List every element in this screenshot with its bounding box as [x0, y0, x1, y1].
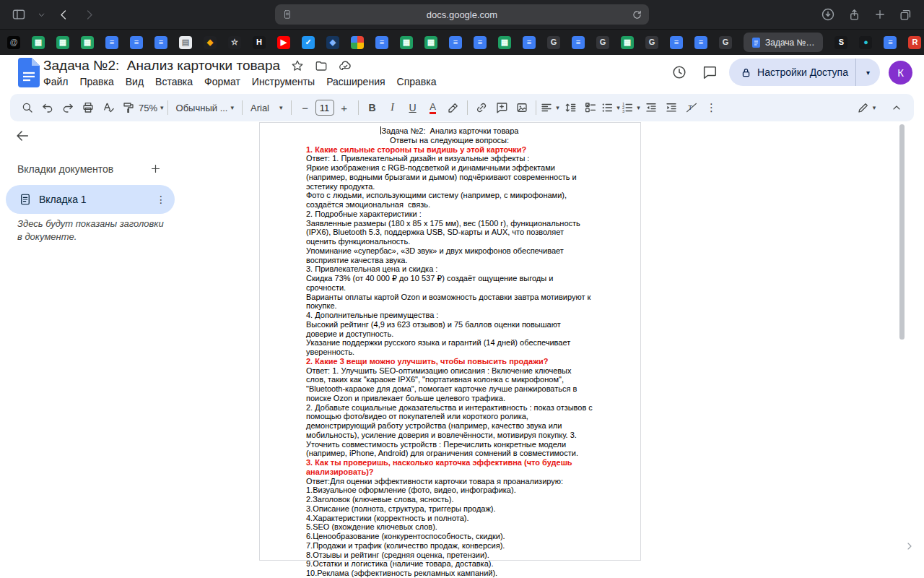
cloud-status-icon[interactable] — [339, 59, 352, 73]
pinned-tab-g-gray[interactable]: G — [719, 36, 732, 49]
styles-select[interactable]: Обычный ...▾ — [172, 98, 238, 118]
pinned-tab-sheets[interactable]: ▦ — [32, 36, 45, 49]
pinned-tab-sheets[interactable]: ▦ — [621, 36, 634, 49]
redo-button[interactable] — [58, 98, 78, 118]
pinned-tab-sheets[interactable]: ▦ — [56, 36, 69, 49]
pinned-tab-s[interactable]: S — [834, 36, 847, 49]
align-button[interactable]: ▾ — [540, 98, 560, 118]
collapse-panel-chevron[interactable] — [904, 540, 915, 552]
search-button[interactable] — [17, 98, 38, 118]
menu-item-5[interactable]: Формат — [199, 74, 246, 89]
decrease-font-button[interactable]: − — [295, 98, 315, 118]
pinned-tab-at[interactable]: @ — [7, 36, 20, 49]
pinned-tab-docs[interactable]: ≡ — [449, 36, 462, 49]
bold-button[interactable]: B — [362, 98, 383, 118]
address-bar[interactable]: docs.google.com — [275, 4, 649, 25]
chevron-down-icon[interactable] — [38, 11, 45, 19]
insert-link-button[interactable] — [471, 98, 492, 118]
menu-item-8[interactable]: Справка — [391, 74, 443, 89]
pinned-tab-g-gray[interactable]: G — [547, 36, 560, 49]
docs-logo[interactable] — [18, 58, 40, 90]
checklist-button[interactable] — [580, 98, 601, 118]
pinned-tab-docs[interactable]: ≡ — [474, 36, 487, 49]
back-button[interactable] — [14, 128, 30, 144]
document-page[interactable]: Задача №2: Анализ карточки товараОтветы … — [259, 122, 641, 561]
increase-font-button[interactable]: + — [334, 98, 354, 118]
print-button[interactable] — [78, 98, 98, 118]
underline-button[interactable]: U — [403, 98, 423, 118]
pinned-tab-light[interactable]: ▤ — [179, 36, 192, 49]
italic-button[interactable]: I — [383, 98, 403, 118]
pinned-tab-docs[interactable]: ≡ — [694, 36, 707, 49]
editing-mode-button[interactable]: ▾ — [856, 98, 876, 118]
tab-menu-button[interactable]: ⋮ — [156, 194, 166, 205]
pinned-tab-g-gray[interactable]: G — [596, 36, 609, 49]
pinned-tab-docs[interactable]: ≡ — [572, 36, 585, 49]
clear-formatting-button[interactable]: T — [681, 98, 702, 118]
pinned-tab-teal[interactable]: ● — [859, 36, 872, 49]
share-dropdown-button[interactable]: ▾ — [855, 59, 880, 86]
pinned-tab-sheets[interactable]: ▦ — [400, 36, 413, 49]
pinned-tab-google[interactable] — [351, 36, 364, 49]
menu-item-6[interactable]: Инструменты — [246, 74, 321, 89]
highlight-button[interactable] — [443, 98, 463, 118]
share-button[interactable] — [847, 8, 861, 22]
pinned-tab-docs[interactable]: ≡ — [154, 36, 167, 49]
menu-item-2[interactable]: Правка — [74, 74, 119, 89]
pinned-tab-sheets[interactable]: ▦ — [424, 36, 437, 49]
reload-button[interactable] — [632, 9, 642, 20]
menu-item-1[interactable]: Файл — [38, 74, 74, 89]
pinned-tab-check-blue[interactable]: ✓ — [302, 36, 315, 49]
pinned-tab-docs[interactable]: ≡ — [523, 36, 536, 49]
version-history-button[interactable] — [668, 61, 690, 83]
insert-image-button[interactable] — [512, 98, 532, 118]
add-comment-button[interactable] — [492, 98, 512, 118]
pinned-tab-sheets[interactable]: ▦ — [81, 36, 94, 49]
forward-button[interactable] — [82, 8, 96, 22]
pinned-tab-docs[interactable]: ≡ — [884, 36, 897, 49]
pinned-tab-r-red[interactable]: R — [908, 36, 921, 49]
undo-button[interactable] — [38, 98, 58, 118]
pinned-tab-h[interactable]: H — [253, 36, 266, 49]
star-icon[interactable] — [291, 59, 304, 72]
zoom-select[interactable]: 75%▾ — [139, 98, 164, 118]
active-tab[interactable]: Задача №… — [744, 33, 823, 52]
menu-item-4[interactable]: Вставка — [149, 74, 199, 89]
move-folder-icon[interactable] — [315, 59, 328, 72]
bulleted-list-button[interactable]: ▾ — [601, 98, 621, 118]
download-button[interactable] — [821, 7, 835, 22]
pinned-tab-star[interactable]: ☆ — [228, 36, 241, 49]
pinned-tab-docs[interactable]: ≡ — [130, 36, 143, 49]
spellcheck-button[interactable] — [98, 98, 118, 118]
increase-indent-button[interactable] — [661, 98, 681, 118]
account-avatar[interactable]: К — [889, 61, 912, 85]
more-button[interactable]: ⋮ — [702, 98, 722, 118]
text-color-button[interactable]: A — [423, 98, 443, 118]
pinned-tab-sheets[interactable]: ▦ — [498, 36, 511, 49]
paint-format-button[interactable] — [118, 98, 139, 118]
share-access-button[interactable]: Настройки Доступа ▾ — [729, 59, 880, 86]
menu-item-7[interactable]: Расширения — [321, 74, 391, 89]
font-select[interactable]: Arial▾ — [246, 98, 287, 118]
pinned-tab-orange[interactable]: ◆ — [204, 36, 217, 49]
add-tab-button[interactable] — [149, 163, 162, 175]
pinned-tab-docs[interactable]: ≡ — [375, 36, 388, 49]
decrease-indent-button[interactable] — [641, 98, 661, 118]
numbered-list-button[interactable]: 123▾ — [621, 98, 641, 118]
collapse-toolbar-button[interactable] — [886, 98, 907, 118]
pinned-tab-docs[interactable]: ≡ — [670, 36, 683, 49]
pinned-tab-navy[interactable]: ◆ — [326, 36, 339, 49]
sidebar-toggle-button[interactable] — [12, 7, 26, 22]
document-title[interactable]: Задача №2: Анализ карточки товара — [43, 58, 280, 74]
tabs-overview-button[interactable] — [899, 8, 912, 22]
comments-button[interactable] — [699, 61, 720, 83]
font-size-input[interactable]: 11 — [315, 100, 334, 116]
scrollbar[interactable] — [899, 124, 905, 340]
pinned-tab-g-gray[interactable]: G — [645, 36, 658, 49]
line-spacing-button[interactable] — [560, 98, 580, 118]
back-button[interactable] — [57, 8, 71, 22]
menu-item-3[interactable]: Вид — [120, 74, 149, 89]
new-tab-button[interactable] — [873, 8, 886, 21]
pinned-tab-youtube[interactable]: ▶ — [277, 36, 290, 49]
document-tab-1[interactable]: Вкладка 1 ⋮ — [6, 185, 175, 214]
